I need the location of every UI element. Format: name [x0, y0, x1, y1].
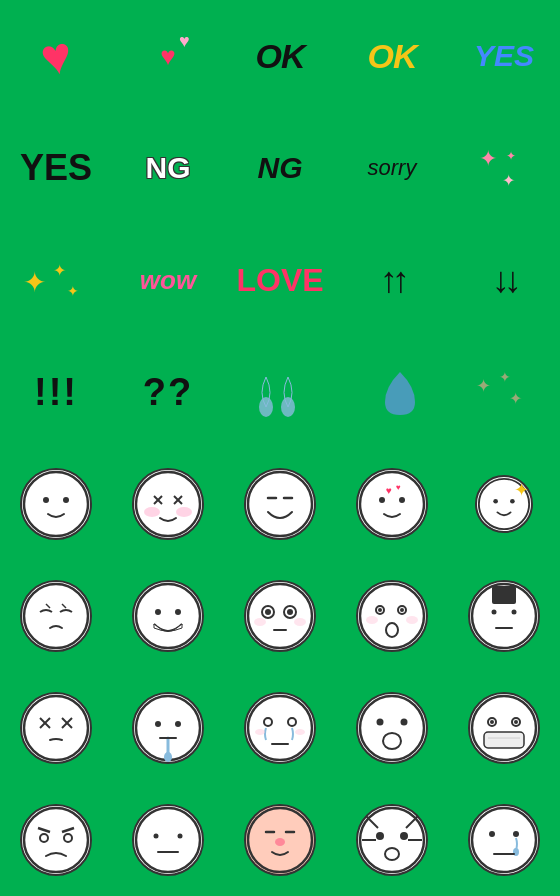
svg-point-37	[175, 609, 181, 615]
cell-sparkle-yellow[interactable]: ✦ ✦ ✦	[0, 224, 112, 336]
face-grumpy	[20, 804, 92, 876]
emoji-grid: ♥ ♥♥ OK OK YES YES NG NG sorry ✦ ✦ ✦	[0, 0, 560, 896]
cell-wow[interactable]: wow	[112, 224, 224, 336]
svg-text:✦: ✦	[479, 146, 497, 171]
ng-white-text: NG	[146, 151, 191, 185]
face-pink-nose	[244, 804, 316, 876]
face-squint	[20, 580, 92, 652]
cell-question[interactable]: ??	[112, 336, 224, 448]
svg-point-25	[379, 497, 385, 503]
svg-point-92	[154, 834, 159, 839]
cell-face6[interactable]	[0, 560, 112, 672]
cell-ng-black[interactable]: NG	[224, 112, 336, 224]
svg-point-98	[275, 838, 285, 846]
svg-point-100	[376, 832, 384, 840]
svg-point-76	[377, 719, 384, 726]
cell-yes-blue[interactable]: YES	[448, 0, 560, 112]
face-cross-eyes	[20, 692, 92, 764]
svg-point-24	[360, 472, 424, 536]
svg-point-73	[295, 729, 305, 735]
svg-point-43	[254, 618, 266, 626]
heart-small-icon: ♥♥	[160, 41, 175, 72]
svg-point-12	[43, 497, 49, 503]
cell-ok-black[interactable]: OK	[224, 0, 336, 112]
face-grin	[132, 580, 204, 652]
face-open-mouth	[356, 692, 428, 764]
face-blush	[132, 468, 204, 540]
cell-face20[interactable]	[448, 784, 560, 896]
cell-face19[interactable]	[336, 784, 448, 896]
cell-ok-yellow[interactable]: OK	[336, 0, 448, 112]
face-surprised	[356, 580, 428, 652]
cell-face14[interactable]	[336, 672, 448, 784]
cell-love[interactable]: LOVE	[224, 224, 336, 336]
cell-face17[interactable]	[112, 784, 224, 896]
svg-rect-84	[484, 732, 524, 748]
svg-text:✦: ✦	[476, 376, 491, 396]
arrows-up-icon: ↑↑	[380, 259, 404, 301]
svg-point-56	[492, 610, 497, 615]
svg-point-36	[155, 609, 161, 615]
svg-text:✦: ✦	[509, 390, 522, 407]
svg-point-69	[248, 696, 312, 760]
svg-point-40	[265, 609, 271, 615]
cell-exclaim[interactable]: !!!	[0, 336, 112, 448]
water-drops-icon	[250, 365, 310, 420]
cell-face2[interactable]	[112, 448, 224, 560]
cell-heart-big[interactable]: ♥	[0, 0, 112, 112]
sparkle-pink-icon: ✦ ✦ ✦	[474, 138, 534, 198]
cell-face3[interactable]	[224, 448, 336, 560]
face-neutral-smile	[20, 468, 92, 540]
cell-sparkle-pink[interactable]: ✦ ✦ ✦	[448, 112, 560, 224]
cell-face11[interactable]	[0, 672, 112, 784]
cell-face1[interactable]	[0, 448, 112, 560]
ok-yellow-text: OK	[368, 37, 417, 76]
face-hat-container	[468, 580, 540, 652]
cell-yes-black[interactable]: YES	[0, 112, 112, 224]
svg-point-72	[255, 729, 265, 735]
cell-heart-small[interactable]: ♥♥	[112, 0, 224, 112]
svg-text:✦: ✦	[23, 267, 46, 298]
drop-blue-icon	[365, 367, 420, 417]
svg-point-26	[399, 497, 405, 503]
cell-face16[interactable]	[0, 784, 112, 896]
sparkle-multi-icon: ✦ ✦ ✦	[474, 362, 534, 422]
svg-point-66	[175, 721, 181, 727]
svg-point-51	[366, 616, 378, 624]
ok-black-text: OK	[256, 37, 305, 76]
face-happy	[244, 468, 316, 540]
svg-text:✦: ✦	[506, 149, 516, 163]
cell-sorry[interactable]: sorry	[336, 112, 448, 224]
svg-point-57	[512, 610, 517, 615]
face-drip-container	[132, 692, 204, 764]
svg-point-81	[490, 720, 494, 724]
cell-face9[interactable]	[336, 560, 448, 672]
cell-arrows-up[interactable]: ↑↑	[336, 224, 448, 336]
cell-face5[interactable]: ✦	[448, 448, 560, 560]
cell-face4[interactable]: ♥ ♥	[336, 448, 448, 560]
svg-point-48	[378, 608, 382, 612]
svg-text:✦: ✦	[499, 369, 511, 385]
cell-sparkle-multi[interactable]: ✦ ✦ ✦	[448, 336, 560, 448]
cell-face8[interactable]	[224, 560, 336, 672]
cell-arrows-down[interactable]: ↓↓	[448, 224, 560, 336]
exclaim-text: !!!	[34, 371, 78, 414]
cell-drop-blue[interactable]	[336, 336, 448, 448]
arrows-down-icon: ↓↓	[492, 259, 516, 301]
cell-face18[interactable]	[224, 784, 336, 896]
cell-face15[interactable]	[448, 672, 560, 784]
svg-point-21	[248, 472, 312, 536]
cell-ng-white[interactable]: NG	[112, 112, 224, 224]
yes-blue-text: YES	[474, 39, 534, 73]
svg-point-65	[155, 721, 161, 727]
svg-text:♥: ♥	[386, 485, 392, 496]
cell-face10[interactable]	[448, 560, 560, 672]
cell-face13[interactable]	[224, 672, 336, 784]
svg-point-46	[360, 584, 424, 648]
svg-point-93	[178, 834, 183, 839]
cell-face7[interactable]	[112, 560, 224, 672]
cell-drops[interactable]	[224, 336, 336, 448]
svg-point-19	[144, 507, 160, 517]
cell-face12[interactable]	[112, 672, 224, 784]
svg-point-77	[401, 719, 408, 726]
